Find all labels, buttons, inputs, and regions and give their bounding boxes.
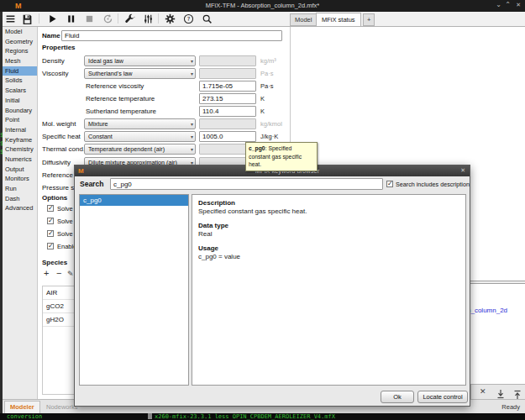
sidebar-item-regions[interactable]: Regions (3, 46, 37, 56)
status-ready: Ready (501, 403, 520, 411)
species-header: Species (42, 259, 67, 266)
viscosity-value-field[interactable] (199, 68, 256, 79)
specific-heat-model-value: Constant (88, 133, 113, 140)
build-wrench-icon[interactable] (123, 13, 136, 25)
edit-species-pencil-icon[interactable]: ✎ (67, 270, 74, 278)
locate-control-button[interactable]: Locate control (417, 391, 468, 403)
thermal-cond-label: Thermal cond. (42, 145, 85, 153)
mfix-logo-icon: M (78, 167, 84, 175)
save-icon[interactable] (20, 13, 34, 25)
console-controls: ✕ (470, 384, 525, 399)
pause-icon[interactable] (64, 13, 77, 25)
sidebar-item-solids[interactable]: Solids (3, 76, 37, 86)
sidebar-item-point[interactable]: Point (3, 115, 37, 125)
run-icon[interactable] (45, 13, 59, 25)
sidebar-item-fluid[interactable]: Fluid (3, 66, 37, 76)
sidebar-item-output[interactable]: Output (3, 165, 37, 175)
chevron-down-icon: ▾ (191, 71, 193, 77)
sidebar-item-numerics[interactable]: Numerics (3, 155, 37, 165)
tab-mfix-status[interactable]: MFiX status (316, 13, 361, 27)
reset-icon[interactable] (101, 13, 114, 25)
stop-icon[interactable] (82, 13, 96, 25)
solve-v-checkbox[interactable]: ✓ (47, 218, 54, 224)
output-file-link[interactable]: n_column_2d (467, 307, 507, 314)
terminal-text-right: x260-mfix-23.3.1 less OPIN_CPBDEM_AEROLE… (155, 413, 335, 420)
window-title: MFiX-TFM - Absorption_column_2d.mfx* (0, 2, 525, 9)
chevron-down-icon: ▾ (191, 58, 193, 65)
sidebar-item-keyframe[interactable]: Keyframe (3, 135, 37, 145)
specific-heat-model-select[interactable]: Constant ▾ (84, 131, 196, 142)
search-icon[interactable] (200, 13, 213, 25)
navigation-sidebar: Model Geometry Regions Mesh Fluid Solids… (3, 27, 38, 399)
chevron-down-icon: ▾ (191, 146, 193, 153)
viscosity-label: Viscosity (42, 70, 68, 77)
specific-heat-label: Specific heat (42, 133, 81, 140)
sidebar-item-model[interactable]: Model (3, 27, 37, 37)
tab-nodeworks[interactable]: Nodeworks (46, 403, 78, 411)
datatype-header: Data type (198, 222, 459, 229)
sidebar-item-internal[interactable]: Internal (3, 125, 37, 135)
add-species-icon[interactable]: + (44, 268, 49, 278)
close-button[interactable]: ✕ (516, 2, 521, 8)
sidebar-item-monitors[interactable]: Monitors (3, 174, 37, 184)
chevron-down-icon: ▾ (191, 134, 193, 140)
tab-modeler[interactable]: Modeler (4, 401, 40, 413)
settings-sliders-icon[interactable] (141, 13, 155, 25)
dialog-close-icon[interactable]: ✕ (460, 167, 465, 174)
gear-icon[interactable] (163, 13, 176, 25)
toolbar-separator (39, 13, 39, 24)
sidebar-item-chemistry[interactable]: Chemistry (3, 144, 37, 155)
tab-model[interactable]: Model (290, 13, 317, 26)
name-label: Name (42, 32, 60, 39)
sidebar-item-dash[interactable]: Dash (3, 194, 37, 204)
ref-viscosity-unit: Pa·s (260, 82, 273, 90)
sidebar-item-scalars[interactable]: Scalars (3, 86, 37, 96)
suth-temp-input[interactable] (199, 106, 256, 117)
minimize-button[interactable]: ⌄ (496, 1, 501, 8)
ref-viscosity-input[interactable] (199, 81, 256, 92)
description-text: Specified constant gas specific heat. (198, 207, 459, 215)
mol-weight-value-field[interactable] (199, 118, 256, 129)
remove-species-icon[interactable]: − (56, 268, 61, 278)
sidebar-item-advanced[interactable]: Advanced (3, 203, 37, 213)
sidebar-item-boundary[interactable]: Boundary (3, 106, 37, 116)
result-item-c-pg0[interactable]: c_pg0 (80, 195, 188, 206)
chevron-down-icon: ▾ (191, 121, 193, 128)
density-label: Density (42, 57, 65, 65)
fluid-name-input[interactable] (61, 30, 282, 41)
sidebar-item-geometry[interactable]: Geometry (3, 37, 37, 47)
ok-button[interactable]: Ok (381, 391, 414, 403)
clear-console-icon[interactable]: ✕ (480, 387, 486, 396)
description-header: Description (198, 199, 459, 207)
properties-header: Properties (42, 44, 76, 51)
search-description-label: Search includes description (396, 181, 470, 188)
viscosity-model-select[interactable]: Sutherland's law ▾ (84, 68, 196, 79)
mol-weight-unit: kg/kmol (260, 120, 282, 128)
enable-species-checkbox[interactable]: ✓ (47, 243, 54, 249)
help-icon[interactable]: ? (181, 13, 195, 25)
sidebar-item-mesh[interactable]: Mesh (3, 56, 37, 66)
solve-w-checkbox[interactable]: ✓ (47, 230, 54, 237)
ref-temp-input[interactable] (199, 93, 256, 104)
mol-weight-label: Mol. weight (42, 120, 76, 128)
maximize-button[interactable]: ⌃ (505, 1, 511, 8)
specific-heat-input[interactable] (199, 131, 256, 142)
mol-weight-model-select[interactable]: Mixture ▾ (84, 118, 196, 129)
density-model-select[interactable]: Ideal gas law ▾ (84, 55, 196, 66)
sidebar-item-run[interactable]: Run (3, 184, 37, 194)
density-model-value: Ideal gas law (88, 57, 123, 65)
keyword-search-input[interactable] (110, 178, 383, 190)
options-header: Options (42, 194, 67, 202)
thermal-cond-model-select[interactable]: Temperature dependent (air) ▾ (84, 144, 196, 155)
solve-u-checkbox[interactable]: ✓ (47, 205, 54, 212)
sidebar-item-initial[interactable]: Initial (3, 96, 37, 106)
search-description-checkbox[interactable]: ✓ (386, 181, 393, 187)
ref-viscosity-label: Reference viscosity (86, 82, 144, 90)
usage-header: Usage (198, 244, 459, 252)
datatype-value: Real (198, 230, 459, 238)
menu-icon[interactable] (3, 13, 17, 25)
density-value-field[interactable] (199, 55, 256, 66)
tab-add[interactable]: + (363, 13, 375, 26)
titlebar: M MFiX-TFM - Absorption_column_2d.mfx* ⌄… (0, 0, 525, 12)
terminal-fragment: $$$ (0, 131, 3, 156)
